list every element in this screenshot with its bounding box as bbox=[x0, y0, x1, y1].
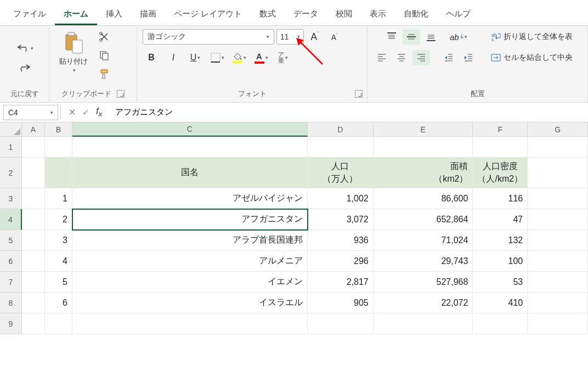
row-header[interactable]: 5 bbox=[0, 230, 22, 251]
cell[interactable]: 3,072 bbox=[308, 209, 374, 230]
cell[interactable]: 86,600 bbox=[374, 188, 473, 209]
cell[interactable] bbox=[308, 137, 374, 158]
tab-review[interactable]: 校閲 bbox=[327, 4, 361, 25]
cell[interactable] bbox=[528, 188, 588, 209]
cell[interactable]: 22,072 bbox=[374, 293, 473, 313]
copy-button[interactable] bbox=[95, 48, 113, 63]
cell[interactable]: 116 bbox=[473, 188, 528, 209]
cell[interactable] bbox=[22, 209, 45, 230]
tab-home[interactable]: ホーム bbox=[55, 4, 97, 25]
cell-header-population[interactable]: 人口 （万人） bbox=[308, 158, 374, 188]
cell[interactable] bbox=[528, 209, 588, 230]
cell[interactable]: 296 bbox=[308, 251, 374, 272]
font-size-select[interactable]: 11 ▾ bbox=[276, 29, 304, 44]
cell[interactable] bbox=[45, 313, 72, 334]
cell[interactable]: 1,002 bbox=[308, 188, 374, 209]
font-color-button[interactable]: A ▾ bbox=[252, 50, 270, 65]
orientation-button[interactable]: ab▾ bbox=[450, 29, 467, 44]
cell[interactable] bbox=[528, 137, 588, 158]
bold-button[interactable]: B bbox=[143, 50, 160, 65]
cell[interactable]: アルメニア bbox=[72, 251, 308, 272]
format-painter-button[interactable] bbox=[95, 66, 113, 82]
confirm-formula-button[interactable]: ✓ bbox=[80, 106, 92, 119]
col-header-B[interactable]: B bbox=[45, 122, 72, 137]
align-right-button[interactable] bbox=[412, 50, 430, 65]
insert-function-button[interactable]: fx bbox=[94, 105, 104, 119]
cell[interactable] bbox=[72, 313, 308, 334]
tab-data[interactable]: データ bbox=[285, 4, 327, 25]
row-header[interactable]: 7 bbox=[0, 272, 22, 293]
cell[interactable]: アゼルバイジャン bbox=[72, 188, 308, 209]
row-header[interactable]: 3 bbox=[0, 188, 22, 209]
tab-insert[interactable]: 挿入 bbox=[97, 4, 131, 25]
cell[interactable]: 936 bbox=[308, 230, 374, 251]
row-header[interactable]: 8 bbox=[0, 293, 22, 313]
select-all-corner[interactable] bbox=[0, 122, 22, 137]
increase-indent-button[interactable] bbox=[460, 50, 477, 65]
cell[interactable] bbox=[22, 251, 45, 272]
cell[interactable] bbox=[22, 188, 45, 209]
cell[interactable] bbox=[22, 313, 45, 334]
tab-page-layout[interactable]: ページ レイアウト bbox=[165, 4, 251, 25]
col-header-D[interactable]: D bbox=[308, 122, 374, 137]
cell[interactable] bbox=[528, 272, 588, 293]
cell[interactable] bbox=[22, 158, 45, 188]
paste-button[interactable]: 貼り付け ▾ bbox=[55, 29, 92, 75]
tab-automate[interactable]: 自動化 bbox=[395, 4, 437, 25]
cell[interactable]: 6 bbox=[45, 293, 72, 313]
name-box[interactable]: C4 ▾ bbox=[3, 105, 58, 120]
cell[interactable]: 905 bbox=[308, 293, 374, 313]
tab-help[interactable]: ヘルプ bbox=[437, 4, 479, 25]
cell[interactable]: 2,817 bbox=[308, 272, 374, 293]
formula-input[interactable] bbox=[110, 105, 585, 120]
row-header[interactable]: 4 bbox=[0, 209, 22, 230]
cell[interactable] bbox=[374, 137, 473, 158]
cell-header-area[interactable]: 面積 （km2） bbox=[374, 158, 473, 188]
col-header-G[interactable]: G bbox=[528, 122, 588, 137]
cell[interactable] bbox=[528, 293, 588, 313]
cell[interactable]: 1 bbox=[45, 188, 72, 209]
cell[interactable]: アフガニスタン bbox=[72, 209, 308, 230]
row-header[interactable]: 2 bbox=[0, 158, 22, 188]
cell[interactable] bbox=[72, 137, 308, 158]
decrease-font-size-button[interactable]: Aˇ bbox=[326, 29, 343, 44]
row-header[interactable]: 9 bbox=[0, 313, 22, 334]
merge-center-button[interactable]: セルを結合して中央 bbox=[486, 50, 577, 65]
font-name-select[interactable]: 游ゴシック ▾ bbox=[143, 29, 274, 44]
cell[interactable] bbox=[22, 293, 45, 313]
tab-formulas[interactable]: 数式 bbox=[251, 4, 285, 25]
cell[interactable]: アラブ首長国連邦 bbox=[72, 230, 308, 251]
col-header-F[interactable]: F bbox=[473, 122, 528, 137]
border-button[interactable]: ▾ bbox=[208, 50, 226, 65]
cell[interactable]: 5 bbox=[45, 272, 72, 293]
cell[interactable]: 100 bbox=[473, 251, 528, 272]
tab-view[interactable]: 表示 bbox=[361, 4, 395, 25]
align-middle-button[interactable] bbox=[403, 29, 420, 44]
cell[interactable]: 527,968 bbox=[374, 272, 473, 293]
cell-header-density[interactable]: 人口密度 （人/km2） bbox=[473, 158, 528, 188]
cell[interactable]: 47 bbox=[473, 209, 528, 230]
cell[interactable] bbox=[45, 137, 72, 158]
cell[interactable] bbox=[528, 158, 588, 188]
cell[interactable] bbox=[22, 137, 45, 158]
col-header-E[interactable]: E bbox=[374, 122, 473, 137]
cell[interactable] bbox=[528, 230, 588, 251]
italic-button[interactable]: I bbox=[165, 50, 182, 65]
cell[interactable] bbox=[528, 251, 588, 272]
cell[interactable] bbox=[22, 230, 45, 251]
cell[interactable]: 132 bbox=[473, 230, 528, 251]
cut-button[interactable] bbox=[95, 29, 113, 44]
cell[interactable]: 652,864 bbox=[374, 209, 473, 230]
font-dialog-launcher[interactable] bbox=[355, 90, 363, 98]
underline-button[interactable]: U▾ bbox=[186, 50, 204, 65]
fill-color-button[interactable]: ▾ bbox=[230, 50, 248, 65]
increase-font-size-button[interactable]: Aˆ bbox=[306, 29, 324, 44]
col-header-A[interactable]: A bbox=[22, 122, 45, 137]
cell-header-country[interactable]: 国名 bbox=[72, 158, 308, 188]
wrap-text-button[interactable]: abc 折り返して全体を表 bbox=[486, 29, 577, 44]
cell[interactable]: 53 bbox=[473, 272, 528, 293]
cell[interactable]: 4 bbox=[45, 251, 72, 272]
cell[interactable]: イエメン bbox=[72, 272, 308, 293]
cell[interactable] bbox=[45, 158, 72, 188]
align-center-button[interactable] bbox=[393, 50, 410, 65]
